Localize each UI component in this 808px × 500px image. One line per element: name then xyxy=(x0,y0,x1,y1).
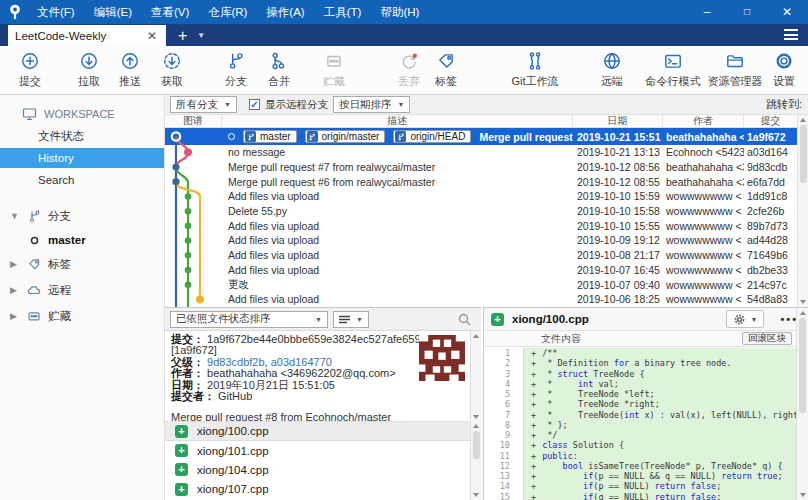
menu-item[interactable]: 工具(T) xyxy=(324,5,362,20)
workspace-header: WORKSPACE xyxy=(22,107,164,121)
diff-line: 6 + * TreeNode *right; xyxy=(484,399,796,409)
revert-hunk-button[interactable]: 回滚区块 xyxy=(742,332,792,345)
column-commit[interactable]: 提交 xyxy=(744,115,797,127)
parent-hash-link[interactable]: 9d83cdbf2b xyxy=(207,356,265,368)
close-button[interactable]: ✕ xyxy=(780,5,794,19)
commit-row[interactable]: masterorigin/masterorigin/HEAD Merge pul… xyxy=(165,128,797,145)
tab-close-icon[interactable]: ✕ xyxy=(145,29,159,43)
author-identicon-avatar xyxy=(419,335,465,381)
commit-row[interactable]: Merge pull request #7 from realwycai/mas… xyxy=(165,160,797,175)
diff-scrollbar[interactable] xyxy=(796,308,808,500)
changed-file-row[interactable]: + xiong/107.cpp xyxy=(165,480,481,499)
diff-line: 10 +class Solution { xyxy=(484,440,796,450)
stash-icon xyxy=(27,309,41,323)
commit-hash: 54d8a83 xyxy=(744,293,797,305)
commit-description: Add files via upload xyxy=(228,234,319,246)
file-sort-dropdown[interactable]: 已依照文件状态排序▼ xyxy=(170,311,328,328)
column-graph[interactable]: 图谱 xyxy=(165,115,222,127)
title-bar: 文件(F)编辑(E)查看(V)仓库(R)操作(A)工具(T)帮助(H) – □ … xyxy=(0,0,808,24)
added-line-marker: + xyxy=(524,492,542,500)
changed-file-row[interactable]: + xiong/104.cpp xyxy=(165,460,481,479)
line-number: 11 xyxy=(484,451,524,461)
tag-icon xyxy=(436,51,456,73)
commit-author: wowwwwwww < xyxy=(663,249,744,261)
commit-node-icon xyxy=(228,133,235,140)
detail-toolbar: 已依照文件状态排序▼ ▼ xyxy=(165,307,481,330)
commit-row[interactable]: Delete 55.py 2019-10-10 15:58 wowwwwwww … xyxy=(165,204,797,219)
commit-author: wowwwwwww < xyxy=(663,279,744,291)
chevron-right-icon[interactable]: ▶ xyxy=(10,285,20,295)
commit-date: 2019-10-06 18:25 xyxy=(573,293,663,305)
commit-description: Add files via upload xyxy=(228,264,319,276)
parent-hash-link[interactable]: a03d164770 xyxy=(271,356,332,368)
column-author[interactable]: 作者 xyxy=(663,115,744,127)
toolbar-gitflow-button[interactable]: Git工作流 xyxy=(492,51,578,89)
commit-author: beathahahaha < xyxy=(663,131,744,143)
sidebar-item-文件状态[interactable]: 文件状态 xyxy=(0,127,164,146)
column-description[interactable]: 描述 xyxy=(222,115,573,127)
changed-file-row[interactable]: + xiong/101.cpp xyxy=(165,441,481,460)
chevron-right-icon[interactable]: ▶ xyxy=(10,259,20,269)
sidebar-section-stash[interactable]: ▶ 贮藏 xyxy=(0,303,164,329)
menu-item[interactable]: 查看(V) xyxy=(151,5,189,20)
ref-badge[interactable]: origin/HEAD xyxy=(393,130,471,143)
terminal-icon xyxy=(663,51,683,73)
branch-filter-dropdown[interactable]: 所有分支▼ xyxy=(170,96,237,113)
ref-badge[interactable]: origin/master xyxy=(305,130,386,143)
diff-code: 1 +/** 2 + * Definition for a binary tre… xyxy=(484,348,796,500)
added-line-marker: + xyxy=(524,471,542,481)
commit-row[interactable]: Add files via upload 2019-10-09 19:12 wo… xyxy=(165,233,797,248)
ref-badge[interactable]: master xyxy=(243,130,297,143)
changed-file-row[interactable]: + xiong/100.cpp xyxy=(165,422,481,441)
menu-item[interactable]: 文件(F) xyxy=(37,5,75,20)
menu-item[interactable]: 帮助(H) xyxy=(380,5,419,20)
maximize-button[interactable]: □ xyxy=(740,5,754,19)
detail-scrollbar[interactable] xyxy=(470,331,481,421)
minimize-button[interactable]: – xyxy=(700,5,714,19)
list-menu-icon xyxy=(339,315,350,324)
tab-dropdown-icon[interactable]: ▼ xyxy=(197,26,205,46)
added-file-icon: + xyxy=(175,483,188,496)
file-list-scrollbar[interactable] xyxy=(470,421,481,500)
added-line-marker: + xyxy=(524,451,542,461)
toolbar-tag-button[interactable]: 标签 xyxy=(403,51,489,89)
commit-row[interactable]: Add files via upload 2019-10-07 16:45 wo… xyxy=(165,263,797,278)
commit-row[interactable]: 更改 2019-10-07 09:40 wowwwwwww < 214c97c xyxy=(165,277,797,292)
commit-row[interactable]: Add files via upload 2019-10-10 15:59 wo… xyxy=(165,189,797,204)
commit-list-scrollbar[interactable] xyxy=(797,115,808,307)
search-icon[interactable] xyxy=(458,313,471,326)
sidebar-section-tag[interactable]: ▶ 标签 xyxy=(0,251,164,277)
commit-row[interactable]: Add files via upload 2019-10-10 15:55 wo… xyxy=(165,218,797,233)
tab-overflow-menu-icon[interactable] xyxy=(784,29,798,46)
line-number: 10 xyxy=(484,440,524,450)
chevron-down-icon[interactable]: ▼ xyxy=(10,211,20,221)
new-tab-button[interactable]: + xyxy=(178,26,187,46)
file-list-view-dropdown[interactable]: ▼ xyxy=(333,311,369,328)
chevron-down-icon: ▼ xyxy=(356,316,363,323)
menu-item[interactable]: 操作(A) xyxy=(266,5,304,20)
commit-row[interactable]: Add files via upload 2019-10-06 18:25 wo… xyxy=(165,292,797,307)
commit-row[interactable]: no message 2019-10-21 13:13 Ecohnoch <54… xyxy=(165,145,797,160)
sidebar-item-history[interactable]: History xyxy=(0,148,164,168)
sidebar-item-search[interactable]: Search xyxy=(0,170,164,189)
chevron-right-icon[interactable]: ▶ xyxy=(10,311,20,321)
sidebar-section-branch[interactable]: ▼ 分支 xyxy=(0,203,164,229)
column-date[interactable]: 日期 xyxy=(573,115,663,127)
commit-date: 2019-10-12 08:55 xyxy=(573,176,663,188)
commit-description: Merge pull request #8 from Ecohnoch/mast… xyxy=(479,131,573,143)
order-dropdown[interactable]: 按日期排序▼ xyxy=(333,96,410,113)
sidebar-branch-master[interactable]: master xyxy=(0,229,164,251)
commit-description: Merge pull request #6 from realwycai/mas… xyxy=(228,176,435,188)
changed-file-list: + xiong/100.cpp + xiong/101.cpp + xiong/… xyxy=(165,421,481,500)
sidebar-section-cloud[interactable]: ▶ 远程 xyxy=(0,277,164,303)
menu-item[interactable]: 仓库(R) xyxy=(208,5,247,20)
commit-row[interactable]: Add files via upload 2019-10-08 21:17 wo… xyxy=(165,248,797,263)
diff-line: 14 + if(p == NULL) return false; xyxy=(484,481,796,491)
repo-tab[interactable]: LeetCode-Weekly ✕ xyxy=(8,25,166,46)
commit-row[interactable]: Merge pull request #6 from realwycai/mas… xyxy=(165,174,797,189)
menu-item[interactable]: 编辑(E) xyxy=(94,5,132,20)
added-line-marker: + xyxy=(524,420,542,430)
toolbar-settings-button[interactable]: 设置 xyxy=(741,51,808,89)
diff-options-button[interactable]: ▼ xyxy=(726,310,765,328)
show-remote-checkbox[interactable]: ✓ 显示远程分支 xyxy=(249,98,328,112)
